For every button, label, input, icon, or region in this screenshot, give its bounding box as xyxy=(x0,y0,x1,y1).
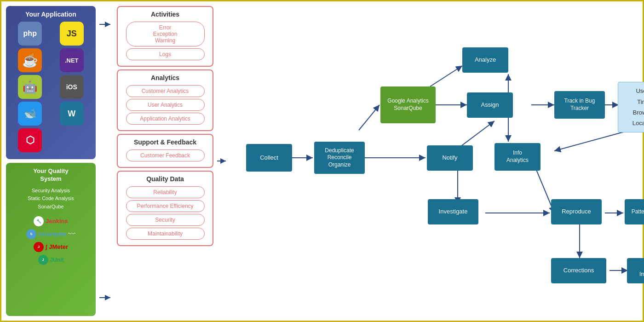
jmeter-label: ∫ xyxy=(46,244,47,250)
error-pill: ErrorExceptionWarning xyxy=(126,22,205,46)
track-label: Track in BugTracker xyxy=(564,98,595,112)
google-analytics-box: Google AnalyticsSonarQube xyxy=(380,86,436,123)
users-info-box: Users?Time?Browser?Location? xyxy=(618,82,644,132)
maintainability-pill: Maintainability xyxy=(126,228,205,240)
jenkins-label: Jenkins xyxy=(46,218,68,224)
check-label: Check ForImprovements xyxy=(639,264,644,278)
quality-description: Security AnalysisStatic Code AnalysisSon… xyxy=(28,187,74,211)
svg-line-4 xyxy=(359,105,380,130)
jmeter-row: J ∫ JMeter xyxy=(34,242,68,252)
java-icon: ☕ xyxy=(18,48,42,72)
flow-canvas: Collect DeduplicateReconcileOrganize Goo… xyxy=(232,6,638,316)
quality-title: Your QualitySystem xyxy=(33,167,68,183)
main-container: Your Application php JS ☕ .NET 🤖 iOS 🐋 W… xyxy=(0,0,644,322)
svg-line-6 xyxy=(430,66,462,86)
jenkins-row: 🔧 Jenkins xyxy=(34,216,68,226)
track-box: Track in BugTracker xyxy=(554,91,605,119)
your-app-title: Your Application xyxy=(25,11,76,18)
reliability-pill: Reliability xyxy=(126,186,205,198)
info-analytics-label: InfoAnalytics xyxy=(506,150,529,164)
collect-label: Collect xyxy=(260,154,278,162)
users-info-label: Users?Time?Browser?Location? xyxy=(632,86,644,129)
sonar-icon: S xyxy=(26,229,36,239)
svg-line-8 xyxy=(458,121,494,149)
collect-box: Collect xyxy=(246,144,292,172)
left-arrows xyxy=(99,6,113,316)
android-icon: 🤖 xyxy=(18,75,42,99)
tech-icon-grid: php JS ☕ .NET 🤖 iOS 🐋 W ⬡ xyxy=(11,22,91,152)
dedup-box: DeduplicateReconcileOrganize xyxy=(314,142,365,174)
arrow-to-quality xyxy=(99,293,113,302)
security-pill: Security xyxy=(126,214,205,226)
investigate-label: Investigate xyxy=(439,208,468,216)
jmeter-icon: J xyxy=(34,242,44,252)
corrections-label: Corrections xyxy=(564,267,594,275)
angular-icon: ⬡ xyxy=(18,128,42,152)
flow-section: Collect DeduplicateReconcileOrganize Goo… xyxy=(232,6,638,316)
analytics-header: Analytics xyxy=(121,74,209,81)
investigate-box: Investigate xyxy=(428,199,478,224)
jmeter-text: JMeter xyxy=(49,243,68,250)
app-analytics-pill: Application Analytics xyxy=(126,113,205,125)
activities-to-flow-arrow xyxy=(217,6,229,316)
quality-data-box: Quality Data Reliability Performance Eff… xyxy=(117,171,213,246)
junit-icon: J xyxy=(38,255,48,265)
logs-pill: Logs xyxy=(126,48,205,60)
analyze-box: Analyze xyxy=(462,47,508,73)
reproduce-label: Reproduce xyxy=(562,208,591,216)
activities-section: Activities ErrorExceptionWarning Logs An… xyxy=(117,6,213,316)
dotnet-icon: .NET xyxy=(60,48,84,72)
ios-icon: iOS xyxy=(60,75,84,99)
docker-icon: 🐋 xyxy=(18,102,42,126)
support-header: Support & Feedback xyxy=(121,138,209,146)
php-icon: php xyxy=(18,22,42,46)
sonar-row: S sonarqube 〰 xyxy=(26,229,75,239)
wordpress-icon: W xyxy=(60,102,84,126)
activities-box: Activities ErrorExceptionWarning Logs xyxy=(117,6,213,67)
corrections-box: Corrections xyxy=(551,258,606,283)
js-icon: JS xyxy=(60,22,84,46)
assign-label: Assign xyxy=(481,101,499,109)
user-analytics-pill: User Analytics xyxy=(126,99,205,111)
activities-header: Activities xyxy=(121,11,209,18)
analyze-label: Analyze xyxy=(475,56,496,64)
junit-label: JUnit xyxy=(50,257,64,263)
analytics-box: Analytics Customer Analytics User Analyt… xyxy=(117,69,213,131)
notify-box: Notify xyxy=(427,145,473,171)
customer-feedback-pill: Customer Feedback xyxy=(126,150,205,161)
patterns-label: Patterns Discovery xyxy=(632,208,644,216)
quality-data-header: Quality Data xyxy=(121,175,209,183)
performance-pill: Performance Efficiency xyxy=(126,200,205,212)
your-application-panel: Your Application php JS ☕ .NET 🤖 iOS 🐋 W… xyxy=(6,6,96,159)
dedup-label: DeduplicateReconcileOrganize xyxy=(325,147,354,169)
support-box: Support & Feedback Customer Feedback xyxy=(117,134,213,168)
reproduce-box: Reproduce xyxy=(551,199,602,224)
info-analytics-box: InfoAnalytics xyxy=(494,143,540,171)
google-analytics-label: Google AnalyticsSonarQube xyxy=(387,98,428,112)
svg-line-14 xyxy=(554,130,630,151)
left-panels: Your Application php JS ☕ .NET 🤖 iOS 🐋 W… xyxy=(6,6,96,316)
sonar-label: sonarqube xyxy=(38,231,66,237)
customer-analytics-pill: Customer Analytics xyxy=(126,85,205,97)
junit-row: J JUnit xyxy=(38,255,64,265)
notify-label: Notify xyxy=(442,154,457,162)
patterns-box: Patterns Discovery xyxy=(625,199,644,224)
assign-box: Assign xyxy=(467,92,513,118)
quality-system-panel: Your QualitySystem Security AnalysisStat… xyxy=(6,163,96,316)
arrow-to-activities xyxy=(99,20,113,29)
check-improvements-box: Check ForImprovements xyxy=(627,258,644,283)
jenkins-icon: 🔧 xyxy=(34,216,44,226)
